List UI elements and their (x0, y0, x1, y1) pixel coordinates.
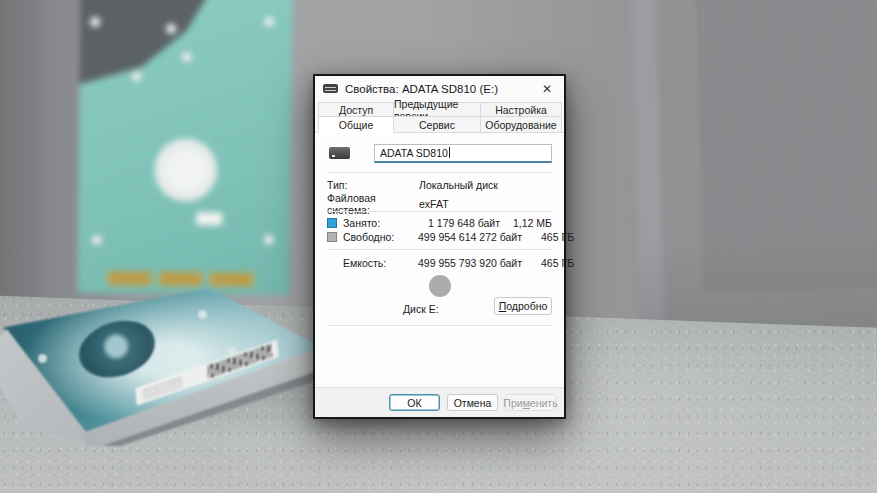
type-value: Локальный диск (419, 179, 552, 191)
screw (264, 17, 274, 27)
ok-button[interactable]: ОК (389, 394, 440, 411)
window-title: Свойства: ADATA SD810 (E:) (345, 83, 498, 95)
free-human: 465 ГБ (522, 231, 574, 243)
perforated-enclosure-photo (631, 0, 877, 336)
capacity-human: 465 ГБ (522, 257, 574, 269)
screw (166, 24, 176, 34)
sata-connector (108, 271, 254, 287)
free-space-row: Свободно: 499 954 614 272 байт 465 ГБ (327, 230, 552, 244)
general-tab-panel: ADATA SD810 Тип: Локальный диск Файловая… (315, 132, 564, 387)
dialog-footer: ОК Отмена Применить (315, 387, 564, 417)
drive-caption: Диск E: (403, 303, 439, 315)
screw (228, 346, 237, 355)
close-icon[interactable]: ✕ (538, 80, 556, 98)
tab-obshchie[interactable]: Общие (318, 116, 394, 133)
hdd-motor-hub (154, 139, 217, 202)
text-caret (449, 147, 450, 158)
used-bytes: 1 179 648 байт (418, 217, 500, 229)
free-swatch (327, 232, 337, 242)
used-space-row: Занято: 1 179 648 байт 1,12 МБ (327, 216, 552, 230)
tab-strip: Доступ Предыдущие версии Настройка Общие… (318, 102, 561, 132)
drive-icon (323, 84, 338, 93)
screw (182, 52, 192, 62)
apply-button[interactable]: Применить (505, 394, 556, 411)
screw (198, 310, 207, 319)
screw (38, 354, 47, 363)
type-label: Тип: (327, 179, 419, 191)
tab-nastroyka[interactable]: Настройка (480, 102, 562, 117)
drive-icon-large (329, 147, 350, 159)
tab-dostup[interactable]: Доступ (318, 102, 394, 117)
screw (90, 17, 100, 27)
hdd-small-label (196, 212, 222, 225)
screw (132, 71, 142, 81)
volume-label-value: ADATA SD810 (380, 147, 448, 159)
filesystem-value: exFAT (419, 198, 552, 210)
tab-oborudovanie[interactable]: Оборудование (480, 116, 562, 133)
capacity-row: Емкость: 499 955 793 920 байт 465 ГБ (327, 256, 552, 270)
used-swatch (327, 218, 337, 228)
used-human: 1,12 МБ (500, 217, 552, 229)
details-button[interactable]: Подробно (494, 297, 552, 315)
hdd-photo-standing (77, 0, 292, 295)
volume-label-input[interactable]: ADATA SD810 (374, 144, 552, 163)
screw (264, 235, 274, 245)
tab-servis[interactable]: Сервис (393, 116, 481, 133)
free-label: Свободно: (343, 231, 418, 243)
filesystem-row: Файловая система: exFAT (327, 192, 552, 207)
type-row: Тип: Локальный диск (327, 177, 552, 192)
capacity-bytes: 499 955 793 920 байт (418, 257, 522, 269)
tab-predydushchie-versii[interactable]: Предыдущие версии (393, 102, 481, 117)
usage-donut-chart (429, 275, 451, 297)
properties-dialog: Свойства: ADATA SD810 (E:) ✕ Доступ Пред… (313, 74, 566, 419)
capacity-label: Емкость: (343, 257, 418, 269)
cancel-button[interactable]: Отмена (447, 394, 498, 411)
used-label: Занято: (343, 217, 418, 229)
screw (92, 235, 102, 245)
hdd-photo-lying (0, 288, 337, 446)
free-bytes: 499 954 614 272 байт (418, 231, 522, 243)
perforation-grid (695, 0, 877, 292)
